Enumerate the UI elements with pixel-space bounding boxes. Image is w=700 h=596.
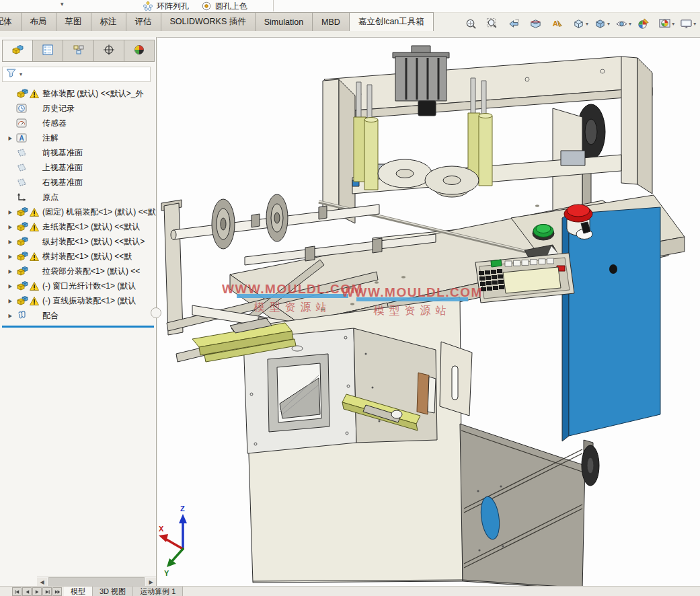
- warning-icon: [30, 252, 41, 261]
- keypad-green-key[interactable]: [491, 260, 502, 267]
- panel-tab[interactable]: [32, 40, 63, 62]
- commandmanager-tab[interactable]: 标注: [91, 12, 126, 31]
- motion-tab-label: 模型: [71, 587, 85, 596]
- view-toolbar-icon: [465, 17, 477, 30]
- tree-item[interactable]: 纵封装配<1> (默认) <<默认>: [0, 234, 156, 249]
- filter-caret-icon[interactable]: [20, 71, 22, 77]
- tree-horizontal-scrollbar[interactable]: ◀ ▶: [37, 576, 156, 587]
- commandmanager-tab[interactable]: 嘉立创lcan工具箱: [350, 12, 434, 31]
- motion-nav-button[interactable]: [32, 587, 42, 596]
- tree-item[interactable]: 右视基准面: [0, 175, 156, 190]
- tree-item[interactable]: 横封装配<1> (默认) <<默: [0, 249, 156, 264]
- panel-tab[interactable]: [124, 40, 155, 62]
- tree-item[interactable]: 拉袋部分装配<1> (默认) <<: [0, 264, 156, 278]
- tree-item[interactable]: A 注解: [0, 131, 156, 145]
- tree-item-icon: [16, 295, 30, 306]
- view-toolbar-button[interactable]: [679, 17, 697, 31]
- rollback-bar[interactable]: [2, 326, 154, 328]
- motion-nav-button[interactable]: [12, 587, 22, 596]
- tab-label: Simulation: [264, 17, 303, 27]
- scroll-thumb[interactable]: [48, 577, 145, 587]
- feature-tree: 整体装配 (默认) <<默认>_外 历史记录 传感器 A 注解: [0, 86, 156, 328]
- panel-tab-icon: [103, 44, 115, 58]
- tree-item[interactable]: 配合: [0, 308, 156, 323]
- expand-arrow-icon[interactable]: [5, 298, 16, 304]
- tree-item[interactable]: (-) 直线振动装配<1> (默认: [0, 293, 156, 308]
- expand-arrow-icon[interactable]: [5, 268, 16, 274]
- view-toolbar-button[interactable]: [485, 17, 503, 31]
- expand-arrow-icon[interactable]: [5, 239, 16, 245]
- expand-arrow-icon[interactable]: [5, 135, 16, 141]
- motion-nav-button[interactable]: [42, 587, 52, 596]
- machine-blue-side-panel[interactable]: [562, 207, 660, 441]
- motion-nav-button[interactable]: [52, 587, 62, 596]
- motion-tab[interactable]: 模型: [64, 587, 93, 596]
- commandmanager-tab[interactable]: 草图: [56, 12, 91, 31]
- 3d-model-bag-making-machine[interactable]: WWW.MOULDL.COM WWW.MOULDL.COM 模型资源站 模型资源…: [157, 38, 700, 587]
- tree-filter-box[interactable]: [2, 67, 151, 82]
- ribbon-button[interactable]: 环阵列孔: [143, 1, 189, 12]
- ribbon-separator: [273, 0, 274, 11]
- dropdown-caret-icon[interactable]: [693, 22, 696, 27]
- view-toolbar-button[interactable]: [572, 17, 589, 31]
- ribbon-button[interactable]: 圆孔上色: [201, 1, 247, 12]
- view-toolbar-icon: [508, 17, 520, 30]
- view-toolbar-button[interactable]: [658, 17, 675, 31]
- commandmanager-tab[interactable]: 装配体: [0, 12, 22, 31]
- tab-label: 布局: [30, 16, 47, 28]
- view-toolbar-button[interactable]: [507, 17, 524, 31]
- tree-item[interactable]: (固定) 机箱装配<1> (默认) <<默: [0, 204, 156, 219]
- view-toolbar-button[interactable]: [636, 17, 654, 31]
- tree-item[interactable]: 前视基准面: [0, 145, 156, 160]
- motion-nav-icon: [54, 586, 61, 596]
- view-toolbar-button[interactable]: [464, 17, 481, 31]
- view-toolbar-icon: [637, 17, 650, 30]
- commandmanager-tab[interactable]: SOLIDWORKS 插件: [161, 12, 256, 31]
- commandmanager-tab[interactable]: 评估: [126, 12, 161, 31]
- tree-item[interactable]: 历史记录: [0, 101, 156, 116]
- view-toolbar-button[interactable]: [529, 17, 546, 31]
- tab-label: MBD: [321, 17, 340, 27]
- tree-root-assembly[interactable]: 整体装配 (默认) <<默认>_外: [0, 86, 156, 101]
- tab-label: 标注: [100, 16, 117, 28]
- triad-y-label: Y: [164, 569, 169, 577]
- tree-item[interactable]: 上视基准面: [0, 160, 156, 175]
- motion-tab[interactable]: 3D 视图: [93, 587, 133, 596]
- expand-arrow-icon[interactable]: [5, 313, 16, 319]
- view-toolbar-icon: A: [551, 17, 563, 30]
- expand-arrow-icon[interactable]: [5, 224, 16, 230]
- panel-tab-icon: [42, 44, 54, 58]
- expand-arrow-icon[interactable]: [5, 209, 16, 215]
- view-toolbar-button[interactable]: [615, 17, 632, 31]
- graphics-viewport[interactable]: WWW.MOULDL.COM WWW.MOULDL.COM 模型资源站 模型资源…: [157, 37, 700, 587]
- tree-item[interactable]: 走纸装配<1> (默认) <<默认: [0, 219, 156, 234]
- scroll-right-arrow[interactable]: ▶: [146, 578, 156, 587]
- panel-tab[interactable]: [63, 40, 93, 62]
- panel-tab[interactable]: [2, 40, 33, 62]
- commandmanager-tab[interactable]: 布局: [22, 12, 56, 31]
- commandmanager-tab-bar: 装配体 布局 草图 标注 评估 SOLIDWORKS 插件 Simulation…: [0, 12, 434, 32]
- tree-item[interactable]: 传感器: [0, 116, 156, 131]
- motionmanager-bar: 模型 3D 视图 运动算例 1: [0, 586, 700, 596]
- ribbon-overflow-caret-icon[interactable]: [61, 1, 64, 7]
- warning-icon: [30, 297, 41, 305]
- view-toolbar-button[interactable]: [593, 17, 611, 31]
- commandmanager-tab[interactable]: MBD: [313, 12, 350, 31]
- scroll-left-arrow[interactable]: ◀: [37, 578, 47, 587]
- dropdown-caret-icon[interactable]: [629, 22, 631, 27]
- tree-item[interactable]: 原点: [0, 190, 156, 204]
- panel-tab[interactable]: [93, 40, 124, 62]
- view-toolbar-button[interactable]: A: [550, 17, 568, 31]
- tree-item-label: 原点: [42, 192, 59, 203]
- commandmanager-tab[interactable]: Simulation: [256, 12, 313, 31]
- dropdown-caret-icon[interactable]: [672, 22, 674, 27]
- motion-nav-button[interactable]: [22, 587, 32, 596]
- expand-arrow-icon[interactable]: [5, 283, 16, 289]
- warning-icon: [30, 223, 41, 231]
- expand-arrow-icon[interactable]: [5, 254, 16, 260]
- tree-item[interactable]: (-) 窗口光纤计数<1> (默认: [0, 278, 156, 293]
- dropdown-caret-icon[interactable]: [607, 22, 610, 27]
- panel-collapse-grip[interactable]: [151, 307, 161, 318]
- dropdown-caret-icon[interactable]: [586, 22, 588, 27]
- motion-tab[interactable]: 运动算例 1: [133, 587, 183, 596]
